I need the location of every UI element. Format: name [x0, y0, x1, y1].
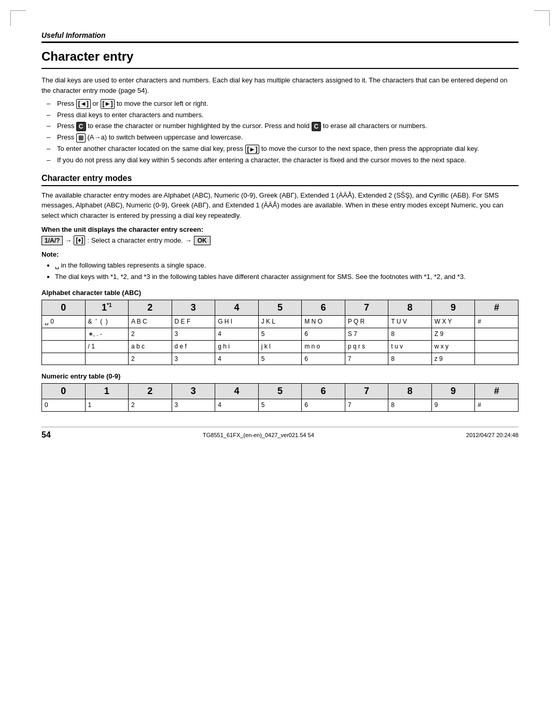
alphabet-table-row-1: ␣ 0 & ' ( ) A B C D E F G H I J K L M N … [42, 316, 519, 328]
section-title: Useful Information [41, 31, 519, 39]
cell-3-3: d e f [172, 340, 215, 353]
c-key-badge-2: C [312, 122, 321, 132]
col-header-7: 7 [345, 300, 388, 316]
cell-9-4: z 9 [431, 353, 475, 365]
alphabet-table-header-row: 0 1*1 2 3 4 5 6 7 8 9 # [42, 300, 519, 316]
sub-section-title: Character entry modes [41, 174, 519, 186]
cell-5-2: 5 [258, 328, 302, 340]
footer-left: TG8551_61FX_(en-en)_0427_ver021.54 54 [203, 432, 314, 438]
page-number: 54 [41, 430, 51, 440]
numeric-table-header-row: 0 1 2 3 4 5 6 7 8 9 # [42, 384, 519, 399]
cell-2-2: 2 [129, 328, 172, 340]
cell-8-3: t u v [388, 340, 432, 353]
numeric-table-label: Numeric entry table (0-9) [41, 372, 519, 380]
num-cell-4: 4 [215, 399, 259, 412]
cell-hash-4 [475, 353, 519, 365]
num-cell-6: 6 [302, 399, 345, 412]
num-cell-3: 3 [172, 399, 215, 412]
cell-3-2: 3 [172, 328, 215, 340]
left-key-badge: [◄] [76, 99, 91, 109]
ok-badge: OK [194, 236, 211, 245]
corner-mark-tr [534, 10, 550, 26]
cell-hash-3 [475, 340, 519, 353]
num-cell-hash: # [475, 399, 519, 412]
cell-6-1: M N O [302, 316, 345, 328]
bullet-item-6: If you do not press any dial key within … [47, 155, 519, 165]
c-key-badge-1: C [76, 122, 86, 132]
num-col-header-4: 4 [215, 384, 259, 399]
alphabet-table: 0 1*1 2 3 4 5 6 7 8 9 # ␣ 0 & ' ( ) A B … [41, 300, 519, 365]
intro-text: The dial keys are used to enter characte… [41, 75, 519, 95]
cell-8-4: 8 [388, 353, 432, 365]
cell-7-4: 7 [345, 353, 388, 365]
cell-1-3: / 1 [85, 340, 129, 353]
cell-7-1: P Q R [345, 316, 388, 328]
num-cell-8: 8 [388, 399, 432, 412]
alphabet-table-row-4: 2 3 4 5 6 7 8 z 9 [42, 353, 519, 365]
cell-5-3: j k l [258, 340, 302, 353]
num-col-header-2: 2 [129, 384, 172, 399]
num-col-header-9: 9 [431, 384, 475, 399]
bullet-item-1: Press [◄] or [►] to move the cursor left… [47, 99, 519, 109]
page: Useful Information Character entry The d… [0, 0, 560, 460]
arrow-1: → [65, 236, 72, 244]
note-label: Note: [41, 250, 519, 258]
cell-hash-1: # [475, 316, 519, 328]
num-col-header-7: 7 [345, 384, 388, 399]
cell-7-3: p q r s [345, 340, 388, 353]
cell-0-1: ␣ 0 [42, 316, 86, 328]
cell-9-2: Z 9 [431, 328, 475, 340]
when-displays-label: When the unit displays the character ent… [41, 226, 519, 233]
cell-4-3: g h i [215, 340, 259, 353]
cell-6-4: 6 [302, 353, 345, 365]
nav-key-badge: [♦] [74, 235, 85, 245]
entry-screen-line: 1/A/? → [♦] : Select a character entry m… [41, 235, 519, 245]
cell-0-2 [42, 328, 86, 340]
cell-4-4: 4 [215, 353, 259, 365]
cell-5-4: 5 [258, 353, 302, 365]
col-header-2: 2 [129, 300, 172, 316]
cell-1-2: ∗, . - [85, 328, 129, 340]
alphabet-table-row-3: / 1 a b c d e f g h i j k l m n o p q r … [42, 340, 519, 353]
arrow-2: → [185, 236, 192, 244]
select-text: : Select a character entry mode. [87, 236, 183, 244]
alphabet-table-row-2: ∗, . - 2 3 4 5 6 S 7 8 Z 9 [42, 328, 519, 340]
cell-1-4 [85, 353, 129, 365]
modes-intro: The available character entry modes are … [41, 190, 519, 221]
num-cell-7: 7 [345, 399, 388, 412]
shift-key-badge: ⊞ [76, 133, 86, 143]
num-cell-0: 0 [42, 399, 86, 412]
num-cell-5: 5 [258, 399, 302, 412]
cell-2-3: a b c [129, 340, 172, 353]
col-header-0: 0 [42, 300, 86, 316]
num-cell-9: 9 [431, 399, 475, 412]
bullet-item-3: Press C to erase the character or number… [47, 121, 519, 131]
alphabet-table-label: Alphabet character table (ABC) [41, 289, 519, 297]
cell-3-4: 3 [172, 353, 215, 365]
col-header-8: 8 [388, 300, 432, 316]
corner-mark-tl [10, 10, 26, 26]
bullet-item-5: To enter another character located on th… [47, 144, 519, 154]
mode-indicator: 1/A/? [41, 236, 63, 245]
cell-8-1: T U V [388, 316, 432, 328]
num-cell-1: 1 [85, 399, 129, 412]
cell-0-3 [42, 340, 86, 353]
num-col-header-3: 3 [172, 384, 215, 399]
note-item-2: The dial keys with *1, *2, and *3 in the… [47, 272, 519, 282]
cell-8-2: 8 [388, 328, 432, 340]
num-col-header-hash: # [475, 384, 519, 399]
num-col-header-1: 1 [85, 384, 129, 399]
cell-2-1: A B C [129, 316, 172, 328]
footer: 54 TG8551_61FX_(en-en)_0427_ver021.54 54… [41, 427, 519, 440]
cell-hash-2 [475, 328, 519, 340]
cell-3-1: D E F [172, 316, 215, 328]
cell-6-3: m n o [302, 340, 345, 353]
bullet-list: Press [◄] or [►] to move the cursor left… [41, 99, 519, 165]
num-col-header-8: 8 [388, 384, 432, 399]
col-header-hash: # [475, 300, 519, 316]
col-header-4: 4 [215, 300, 259, 316]
cell-7-2: S 7 [345, 328, 388, 340]
cell-1-1: & ' ( ) [85, 316, 129, 328]
cell-9-3: w x y [431, 340, 475, 353]
col-header-9: 9 [431, 300, 475, 316]
